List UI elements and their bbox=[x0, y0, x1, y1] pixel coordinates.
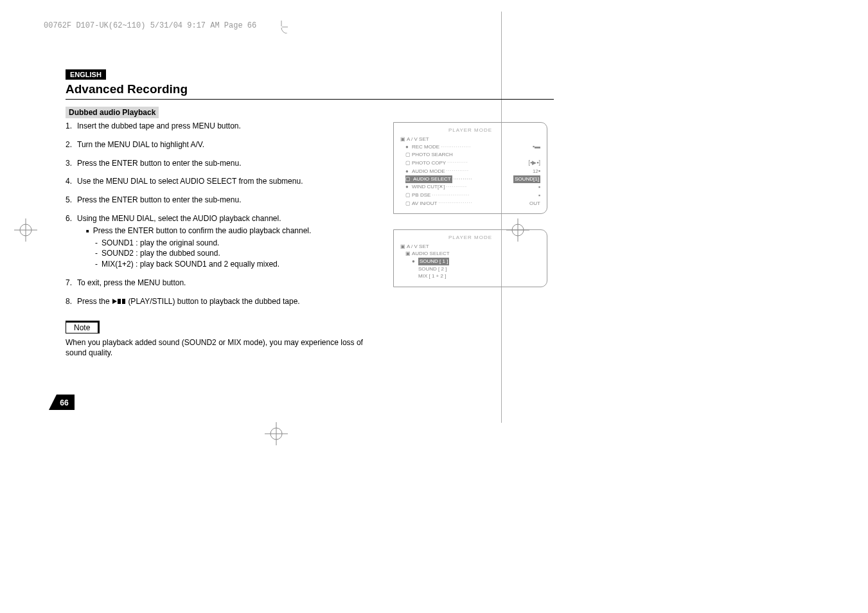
note-text: When you playback added sound (SOUND2 or… bbox=[66, 337, 380, 359]
osd1-rec-mode: REC MODE bbox=[412, 143, 439, 151]
off-icon: ▪ bbox=[538, 183, 540, 191]
osd1-av-inout: AV IN/OUT bbox=[412, 200, 437, 208]
bit-icon: ▪ bbox=[538, 167, 540, 175]
osd1-group: A / V SET bbox=[407, 136, 429, 143]
registration-mark-icon bbox=[265, 422, 288, 445]
chapter-title: Advanced Recording bbox=[66, 82, 554, 100]
registration-mark-icon bbox=[14, 218, 37, 242]
copy-icon: [▪▶▪] bbox=[529, 159, 540, 167]
svg-rect-3 bbox=[118, 299, 121, 304]
folder-icon: ▣ bbox=[400, 243, 405, 251]
crop-mark-top-icon bbox=[275, 21, 288, 36]
osd1-audio-select-val: SOUND[1] bbox=[513, 175, 540, 183]
osd1-title: PLAYER MODE bbox=[400, 127, 540, 134]
registration-mark-icon bbox=[506, 218, 529, 242]
svg-marker-2 bbox=[112, 299, 117, 304]
on-icon: ▪ bbox=[538, 191, 540, 200]
osd2-group: A / V SET bbox=[407, 243, 429, 251]
page-number-tab: 66 bbox=[49, 395, 75, 410]
step-6-opt-sound2: SOUND2 : play the dubbed sound. bbox=[95, 248, 380, 259]
folder-icon: ▣ bbox=[405, 250, 411, 258]
print-header: 00762F D107-UK(62~110) 5/31/04 9:17 AM P… bbox=[44, 21, 256, 30]
osd1-wind-cut: WIND CUT bbox=[412, 183, 438, 191]
osd1-photo-copy: PHOTO COPY bbox=[412, 159, 446, 167]
step-1: Insert the dubbed tape and press MENU bu… bbox=[66, 121, 380, 132]
step-6-opt-mix: MIX(1+2) : play back SOUND1 and 2 equall… bbox=[95, 259, 380, 270]
step-2: Turn the MENU DIAL to highlight A/V. bbox=[66, 139, 380, 150]
step-8-pre: Press the bbox=[77, 297, 112, 306]
osd2-mix: MIX [ 1 + 2 ] bbox=[418, 272, 446, 280]
osd1-photo-search: PHOTO SEARCH bbox=[412, 151, 453, 159]
osd1-pb-dse: PB DSE bbox=[412, 191, 430, 199]
step-3: Press the ENTER button to enter the sub-… bbox=[66, 158, 380, 169]
osd1-av-inout-val: OUT bbox=[529, 200, 540, 208]
svg-rect-4 bbox=[122, 299, 125, 304]
step-7: To exit, press the MENU button. bbox=[66, 278, 380, 289]
play-still-icon bbox=[112, 297, 126, 308]
step-8: Press the (PLAY/STILL) button to playbac… bbox=[66, 296, 380, 308]
steps-list: Insert the dubbed tape and press MENU bu… bbox=[66, 121, 380, 308]
step-6-sub: Press the ENTER button to confirm the au… bbox=[86, 226, 380, 236]
osd2-sound1: SOUND [ 1 ] bbox=[418, 258, 449, 265]
folder-icon: ▣ bbox=[400, 136, 405, 143]
osd1-audio-select: AUDIO SELECT bbox=[412, 175, 452, 183]
section-title: Dubbed audio Playback bbox=[66, 107, 159, 118]
step-6-opt-sound1: SOUND1 : play the original sound. bbox=[95, 238, 380, 249]
osd1-audio-mode-val: 12 bbox=[533, 168, 538, 175]
osd1-audio-mode: AUDIO MODE bbox=[412, 168, 445, 175]
osd2-sound2: SOUND [ 2 ] bbox=[418, 265, 447, 273]
osd2-sub: AUDIO SELECT bbox=[412, 250, 450, 258]
note-label: Note bbox=[66, 321, 100, 333]
step-6: Using the MENU DIAL, select the AUDIO pl… bbox=[66, 213, 380, 270]
step-8-post: (PLAY/STILL) button to playback the dubb… bbox=[128, 297, 299, 306]
step-6-text: Using the MENU DIAL, select the AUDIO pl… bbox=[77, 214, 281, 223]
osd-menu-1: PLAYER MODE ▣ A / V SET ●REC MODE·······… bbox=[393, 122, 547, 214]
tape-icon: ▪▬ bbox=[533, 143, 540, 151]
language-badge: ENGLISH bbox=[66, 69, 106, 80]
step-5: Press the ENTER button to enter the sub-… bbox=[66, 195, 380, 206]
page-number: 66 bbox=[60, 398, 69, 407]
mic-icon: [✕] bbox=[438, 183, 445, 191]
step-4: Use the MENU DIAL to select AUDIO SELECT… bbox=[66, 176, 380, 187]
